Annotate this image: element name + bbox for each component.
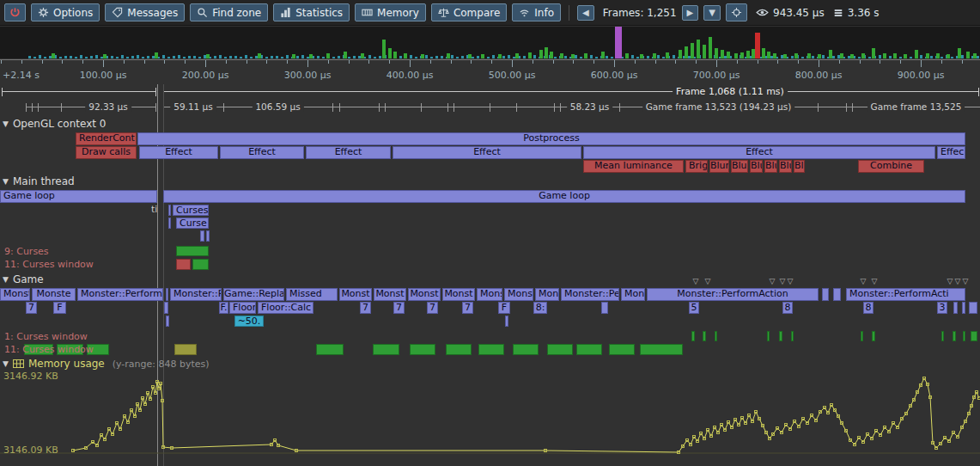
timeline-zone[interactable]: Effect: [139, 146, 218, 159]
memory-button[interactable]: Memory: [355, 3, 426, 21]
timeline-zone[interactable]: [861, 331, 863, 341]
message-marker-icon[interactable]: ▽: [963, 277, 969, 285]
timeline-zone[interactable]: 7: [393, 302, 405, 314]
timeline-zone[interactable]: [478, 344, 504, 355]
timeline-zone[interactable]: Floor:: [229, 302, 256, 314]
timeline-zone[interactable]: Monste: [504, 288, 533, 301]
timeline-zone[interactable]: 7: [26, 302, 37, 314]
timeline-zone[interactable]: [176, 259, 191, 270]
timeline-zone[interactable]: Effect: [220, 146, 304, 159]
timeline-zone[interactable]: [640, 344, 683, 355]
message-marker-icon[interactable]: ▽: [770, 277, 776, 285]
timeline-zone[interactable]: [410, 344, 435, 355]
frame-histogram[interactable]: [0, 27, 980, 58]
timeline-zone[interactable]: Game loop: [163, 190, 965, 203]
timeline-zone[interactable]: Combine: [858, 160, 924, 173]
timeline-zone[interactable]: Monster::PerformA: [77, 288, 163, 301]
timeline-zone[interactable]: [609, 344, 635, 355]
timeline-zone[interactable]: F: [53, 302, 66, 314]
timeline-zone[interactable]: [206, 230, 210, 242]
section-main-thread-header[interactable]: ▼ Main thread: [3, 175, 75, 187]
timeline-zone[interactable]: [176, 246, 209, 256]
timeline-zone[interactable]: [168, 218, 171, 229]
timeline-zone[interactable]: [601, 302, 608, 314]
timeline-zone[interactable]: [166, 288, 168, 301]
options-button[interactable]: Options: [31, 3, 100, 21]
timeline-zone[interactable]: Brigh: [685, 160, 708, 173]
timeline-zone[interactable]: [969, 302, 977, 314]
timeline-zone[interactable]: [791, 331, 794, 341]
timeline-zone[interactable]: [703, 331, 706, 341]
timeline-zone[interactable]: 7: [427, 302, 438, 314]
frame-span-label[interactable]: Game frame 13,523 (194.23 μs): [642, 101, 795, 112]
timeline-zone[interactable]: [953, 302, 958, 314]
message-marker-icon[interactable]: ▽: [780, 277, 786, 285]
timeline-zone[interactable]: Curses: [173, 205, 209, 216]
timeline-zone[interactable]: RenderCont: [76, 132, 137, 145]
timeline-zone[interactable]: [547, 344, 573, 355]
timeline-zone[interactable]: 5: [689, 302, 699, 314]
subframe-band[interactable]: 92.33 μs59.11 μs106.59 μs58.23 μsGame fr…: [0, 101, 980, 114]
timeline-zone[interactable]: 7: [360, 302, 371, 314]
timeline-zone[interactable]: Floor::Calc: [258, 302, 313, 314]
timeline-zone[interactable]: Monst: [374, 288, 406, 301]
timeline-zone[interactable]: [767, 331, 770, 341]
timeline-zone[interactable]: Effect: [583, 146, 935, 159]
statistics-button[interactable]: Statistics: [273, 3, 350, 21]
timeline-zone[interactable]: [822, 288, 829, 301]
timeline-zone[interactable]: [166, 316, 169, 327]
timeline-zone[interactable]: Monste: [32, 288, 76, 301]
timeline-zone[interactable]: Effect: [393, 146, 581, 159]
timeline-zone[interactable]: Blur: [794, 160, 805, 173]
timeline-zone[interactable]: [174, 344, 197, 355]
timeline-zone[interactable]: [715, 331, 717, 341]
timeline-zone[interactable]: 8: [863, 302, 873, 314]
timeline-zone[interactable]: [373, 344, 399, 355]
message-marker-icon[interactable]: ▽: [955, 277, 961, 285]
timeline-zone[interactable]: [505, 316, 508, 327]
timeline-zone[interactable]: Game loop: [0, 190, 157, 203]
timeline-zone[interactable]: Monster::Pe: [561, 288, 619, 301]
timeline-zone[interactable]: Missed: [286, 288, 338, 301]
timeline-zone[interactable]: [513, 344, 539, 355]
timeline-zone[interactable]: Draw calls: [76, 146, 137, 159]
timeline-zone[interactable]: ~50.: [234, 316, 264, 327]
frame-span-label[interactable]: 92.33 μs: [85, 101, 131, 112]
prev-frame-button[interactable]: ◀: [577, 5, 594, 21]
frame-span-label[interactable]: Game frame 13,525: [867, 101, 965, 112]
message-marker-icon[interactable]: ▽: [705, 277, 711, 285]
timeline-zone[interactable]: Curse: [176, 218, 209, 229]
timeline-zone[interactable]: F: [498, 302, 510, 314]
timeline-zone[interactable]: Postprocess: [137, 132, 965, 145]
frame-span-label[interactable]: 106.59 μs: [252, 101, 303, 112]
timeline-zone[interactable]: [872, 331, 875, 341]
next-frame-button[interactable]: ▶: [682, 5, 699, 21]
section-opengl-header[interactable]: ▼ OpenGL context 0: [3, 118, 106, 130]
timeline-zone[interactable]: 7: [462, 302, 473, 314]
timeline-zone[interactable]: [953, 331, 956, 341]
section-game-header[interactable]: ▼ Game: [3, 273, 44, 285]
timeline-zone[interactable]: Monst: [408, 288, 441, 301]
timeline-zone[interactable]: [971, 331, 977, 341]
timeline-zone[interactable]: Monste: [0, 288, 30, 301]
find-zone-button[interactable]: Find zone: [190, 3, 268, 21]
timeline-zone[interactable]: [168, 205, 171, 216]
timeline-zone[interactable]: [963, 331, 965, 341]
timeline-zone[interactable]: Blur: [779, 160, 792, 173]
timeline-zone[interactable]: [164, 302, 168, 314]
timeline-zone[interactable]: 8: [782, 302, 793, 314]
timeline-zone[interactable]: Mean luminance: [583, 160, 684, 173]
frame-span-label[interactable]: Frame 1,068 (1.11 ms): [673, 86, 788, 97]
messages-button[interactable]: Messages: [105, 3, 185, 21]
message-marker-icon[interactable]: ▽: [788, 277, 794, 285]
timeline-zone[interactable]: Monster::PerformActi: [846, 288, 965, 301]
timeline-zone[interactable]: Effect: [306, 146, 391, 159]
timeline-zone[interactable]: Blur: [764, 160, 777, 173]
message-marker-icon[interactable]: ▽: [872, 277, 878, 285]
timeline-zone[interactable]: Monst: [442, 288, 475, 301]
message-marker-icon[interactable]: ▽: [947, 277, 953, 285]
timeline-zone[interactable]: [962, 302, 965, 314]
timeline-zone[interactable]: Blur: [731, 160, 748, 173]
timeline-zone[interactable]: ti: [151, 205, 165, 216]
timeline-zone[interactable]: Game::Replay: [223, 288, 284, 301]
